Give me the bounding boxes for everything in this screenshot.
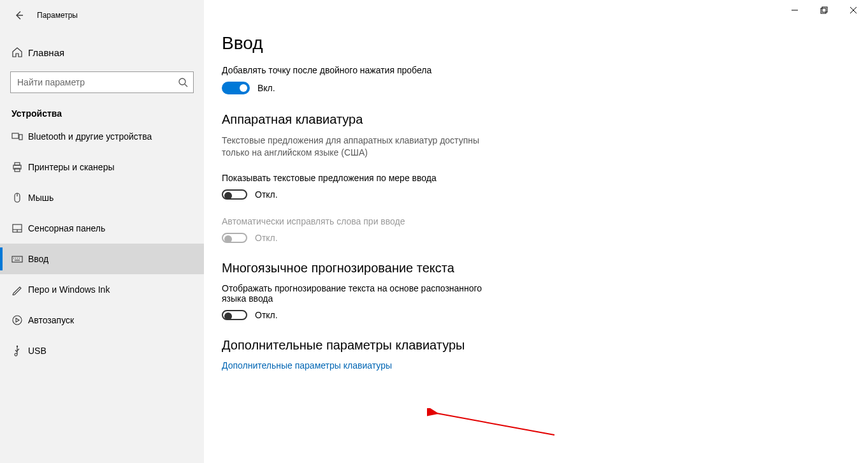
section-multilingual: Многоязычное прогнозирование текста: [222, 261, 843, 276]
sidebar-item-typing[interactable]: Ввод: [0, 244, 204, 274]
nav-home[interactable]: Главная: [0, 40, 204, 65]
toggle-text-suggestions[interactable]: [222, 189, 247, 200]
section-hardware-keyboard: Аппаратная клавиатура: [222, 112, 843, 127]
category-label: Устройства: [11, 108, 204, 119]
svg-rect-8: [12, 256, 22, 262]
setting-text-suggestions: Показывать текстовые предложения по мере…: [222, 173, 502, 200]
section-desc: Текстовые предложения для аппаратных кла…: [222, 135, 502, 159]
search-box[interactable]: [10, 71, 194, 93]
back-button[interactable]: [10, 6, 28, 24]
annotation-arrow: [427, 408, 561, 440]
minimize-button[interactable]: [780, 0, 809, 20]
setting-label: Добавлять точку после двойного нажатия п…: [222, 65, 502, 75]
usb-icon: [11, 345, 23, 356]
sidebar-item-label: Перо и Windows Ink: [28, 284, 110, 295]
close-icon: [850, 6, 857, 14]
keyboard-icon: [11, 253, 23, 265]
setting-label: Отображать прогнозирование текста на осн…: [222, 283, 502, 304]
sidebar-item-label: Мышь: [28, 193, 54, 203]
sidebar-item-label: USB: [28, 346, 47, 356]
sidebar-item-label: Принтеры и сканеры: [28, 162, 114, 172]
maximize-icon: [820, 6, 828, 14]
search-icon: [178, 77, 188, 87]
maximize-button[interactable]: [809, 0, 839, 20]
setting-autocorrect: Автоматически исправлять слова при вводе…: [222, 216, 502, 243]
section-advanced-keyboard: Дополнительные параметры клавиатуры: [222, 338, 843, 353]
arrow-left-icon: [14, 10, 24, 20]
setting-label: Автоматически исправлять слова при вводе: [222, 216, 502, 226]
svg-point-0: [179, 78, 185, 85]
toggle-state-label: Откл.: [255, 189, 278, 200]
sidebar-item-pen[interactable]: Перо и Windows Ink: [0, 274, 204, 305]
sidebar-item-mouse[interactable]: Мышь: [0, 182, 204, 213]
svg-rect-12: [822, 7, 827, 12]
sidebar-item-label: Bluetooth и другие устройства: [28, 131, 152, 142]
setting-multilingual-prediction: Отображать прогнозирование текста на осн…: [222, 283, 502, 320]
sidebar-item-usb[interactable]: USB: [0, 335, 204, 366]
window-title: Параметры: [37, 11, 78, 20]
sidebar-item-touchpad[interactable]: Сенсорная панель: [0, 213, 204, 244]
minimize-icon: [791, 6, 799, 14]
title-row: Параметры: [0, 5, 204, 26]
autoplay-icon: [11, 314, 23, 326]
sidebar-item-label: Сенсорная панель: [28, 223, 105, 233]
toggle-state-label: Откл.: [255, 310, 278, 320]
sidebar: Параметры Главная Устройства Bluetooth и…: [0, 0, 204, 463]
toggle-multilingual[interactable]: [222, 310, 247, 320]
mouse-icon: [11, 192, 23, 203]
setting-double-space-period: Добавлять точку после двойного нажатия п…: [222, 65, 502, 94]
close-button[interactable]: [839, 0, 868, 20]
svg-rect-1: [12, 133, 18, 138]
main-content: Ввод Добавлять точку после двойного нажа…: [204, 0, 868, 463]
printer-icon: [11, 161, 23, 173]
toggle-double-space[interactable]: [222, 82, 250, 94]
toggle-autocorrect: [222, 233, 247, 243]
page-title: Ввод: [222, 33, 843, 54]
touchpad-icon: [11, 223, 23, 234]
svg-rect-2: [19, 135, 22, 140]
sidebar-item-bluetooth[interactable]: Bluetooth и другие устройства: [0, 121, 204, 152]
window-controls: [780, 0, 868, 20]
toggle-state-label: Откл.: [255, 233, 278, 243]
toggle-state-label: Вкл.: [257, 83, 275, 93]
svg-point-10: [17, 346, 18, 347]
svg-line-13: [437, 413, 554, 435]
setting-label: Показывать текстовые предложения по мере…: [222, 173, 502, 183]
svg-point-9: [13, 316, 22, 325]
sidebar-item-printers[interactable]: Принтеры и сканеры: [0, 152, 204, 182]
pen-icon: [11, 284, 23, 295]
home-icon: [11, 47, 23, 58]
search-input[interactable]: [17, 77, 178, 87]
svg-rect-11: [821, 8, 826, 13]
svg-rect-4: [15, 163, 20, 165]
link-advanced-keyboard[interactable]: Дополнительные параметры клавиатуры: [222, 360, 843, 371]
sidebar-item-autoplay[interactable]: Автозапуск: [0, 305, 204, 335]
sidebar-item-label: Автозапуск: [28, 315, 74, 325]
devices-icon: [11, 131, 23, 142]
sidebar-item-label: Ввод: [28, 254, 48, 264]
home-label: Главная: [28, 47, 64, 58]
